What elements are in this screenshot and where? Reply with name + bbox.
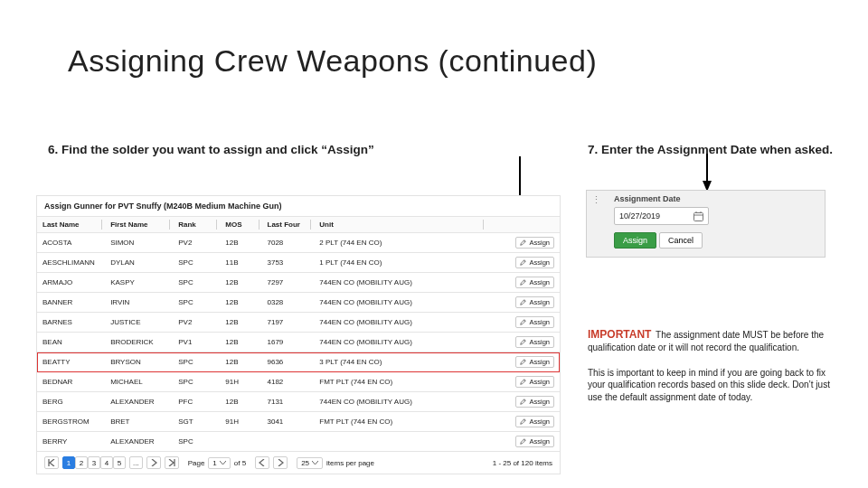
row-assign-button[interactable]: Assign [515, 316, 554, 328]
step-6-text: 6. Find the solder you want to assign an… [48, 143, 374, 156]
table-row: AESCHLIMANNDYLANSPC11B37531 PLT (744 EN … [37, 253, 560, 273]
table-cell: BRODERICK [105, 333, 173, 352]
edit-icon [520, 418, 526, 425]
table-cell: 91H [220, 372, 261, 392]
table-cell: BERG [37, 392, 105, 412]
table-cell: 744EN CO (MOBILITY AUG) [314, 293, 486, 313]
edit-icon [520, 279, 526, 286]
row-assign-button[interactable]: Assign [515, 416, 554, 427]
table-cell: MICHAEL [105, 372, 173, 392]
row-assign-button[interactable]: Assign [515, 277, 554, 288]
table-cell: 7028 [262, 233, 315, 253]
row-assign-button[interactable]: Assign [515, 296, 554, 308]
pager-page-button[interactable]: 2 [75, 456, 88, 469]
column-header[interactable]: Last Four [262, 217, 315, 233]
pager-summary: 1 - 25 of 120 items [493, 459, 552, 467]
pager-perpage-label: items per page [326, 459, 374, 467]
edit-icon [520, 319, 526, 325]
table-cell: 7297 [262, 273, 315, 293]
row-assign-button[interactable]: Assign [515, 356, 554, 368]
edit-icon [520, 359, 526, 365]
table-cell: BEATTY [37, 352, 105, 372]
row-assign-button[interactable]: Assign [515, 336, 554, 348]
pager-perpage-select[interactable]: 25 [297, 457, 323, 469]
assign-button[interactable]: Assign [614, 232, 656, 249]
row-assign-button[interactable]: Assign [515, 376, 554, 388]
table-cell: 744EN CO (MOBILITY AUG) [314, 392, 486, 412]
column-header[interactable] [486, 217, 560, 233]
row-assign-button[interactable]: Assign [515, 257, 554, 268]
table-cell: 91H [220, 412, 261, 432]
table-cell: 3753 [262, 253, 315, 273]
table-cell [314, 432, 486, 452]
row-assign-button[interactable]: Assign [515, 237, 554, 249]
slide: Assigning Crew Weapons (continued) 6. Fi… [0, 0, 868, 488]
column-header[interactable]: First Name [105, 217, 173, 233]
column-header[interactable]: MOS [220, 217, 261, 233]
table-cell: SPC [173, 372, 220, 392]
table-cell: 3041 [262, 412, 315, 432]
soldiers-table: Last NameFirst NameRankMOSLast FourUnit … [37, 216, 560, 451]
pager-page-button[interactable]: 3 [88, 456, 100, 469]
table-row: BEANBRODERICKPV112B1679744EN CO (MOBILIT… [37, 333, 560, 352]
edit-icon [520, 299, 526, 305]
assignment-date-label: Assignment Date [614, 194, 681, 203]
calendar-icon [693, 211, 703, 221]
table-cell: PV2 [173, 313, 220, 333]
table-cell: 3 PLT (744 EN CO) [314, 352, 486, 372]
table-cell: 744EN CO (MOBILITY AUG) [314, 273, 486, 293]
table-cell: SPC [173, 253, 220, 273]
table-cell: 4182 [262, 372, 315, 392]
table-cell: 11B [220, 253, 261, 273]
row-assign-button[interactable]: Assign [515, 396, 554, 408]
table-cell: PFC [173, 392, 220, 412]
pager-first-button[interactable] [44, 456, 59, 469]
panel-title: Assign Gunner for PVT Snuffy (M240B Medi… [37, 196, 560, 216]
pager: 12345 ... Page 1 of 5 25 items per page … [37, 451, 560, 474]
table-cell: SPC [173, 432, 220, 452]
row-assign-button[interactable]: Assign [515, 436, 554, 447]
pager-next-button[interactable] [146, 456, 161, 469]
pager-page-button[interactable]: 5 [113, 456, 126, 469]
table-cell: 12B [220, 273, 261, 293]
table-cell: BANNER [37, 293, 105, 313]
pager-page-button[interactable]: 4 [100, 456, 113, 469]
table-cell: SPC [173, 293, 220, 313]
table-cell: 744EN CO (MOBILITY AUG) [314, 313, 486, 333]
pager-page-button[interactable]: 1 [62, 456, 75, 469]
cancel-button[interactable]: Cancel [659, 232, 703, 249]
column-menu-icon[interactable]: ⋮ [591, 194, 601, 206]
column-header[interactable]: Last Name [37, 217, 105, 233]
table-cell: KASPY [105, 273, 173, 293]
chevron-down-icon [312, 461, 318, 465]
pager-last-button[interactable] [165, 456, 179, 469]
table-cell: BERGSTROM [37, 412, 105, 432]
assignment-date-field[interactable]: 10/27/2019 [614, 207, 709, 225]
edit-icon [520, 379, 526, 385]
table-cell: ARMAJO [37, 273, 105, 293]
table-cell: 7131 [262, 392, 315, 412]
table-cell: 744EN CO (MOBILITY AUG) [314, 333, 486, 352]
table-cell: AESCHLIMANN [37, 253, 105, 273]
table-cell: JUSTICE [105, 313, 173, 333]
pager-prev2-button[interactable] [255, 456, 269, 469]
pager-next2-button[interactable] [273, 456, 288, 469]
table-cell: SPC [173, 352, 220, 372]
important-heading: IMPORTANT [588, 328, 651, 341]
pager-page-select[interactable]: 1 [208, 457, 230, 469]
table-cell: SIMON [105, 233, 173, 253]
table-row: BERGALEXANDERPFC12B7131744EN CO (MOBILIT… [37, 392, 560, 412]
table-row: BEDNARMICHAELSPC91H4182FMT PLT (744 EN C… [37, 372, 560, 392]
table-cell: 12B [220, 313, 261, 333]
table-cell: 2 PLT (744 EN CO) [314, 233, 486, 253]
pager-page-label: Page [188, 459, 205, 467]
table-row: BANNERIRVINSPC12B0328744EN CO (MOBILITY … [37, 293, 560, 313]
table-cell: 0328 [262, 293, 315, 313]
column-header[interactable]: Rank [173, 217, 220, 233]
assign-gunner-panel: Assign Gunner for PVT Snuffy (M240B Medi… [36, 195, 561, 474]
table-cell: 12B [220, 392, 261, 412]
table-cell: 12B [220, 352, 261, 372]
table-cell: SGT [173, 412, 220, 432]
column-header[interactable]: Unit [314, 217, 486, 233]
table-row: BERRYALEXANDERSPCAssign [37, 432, 560, 452]
